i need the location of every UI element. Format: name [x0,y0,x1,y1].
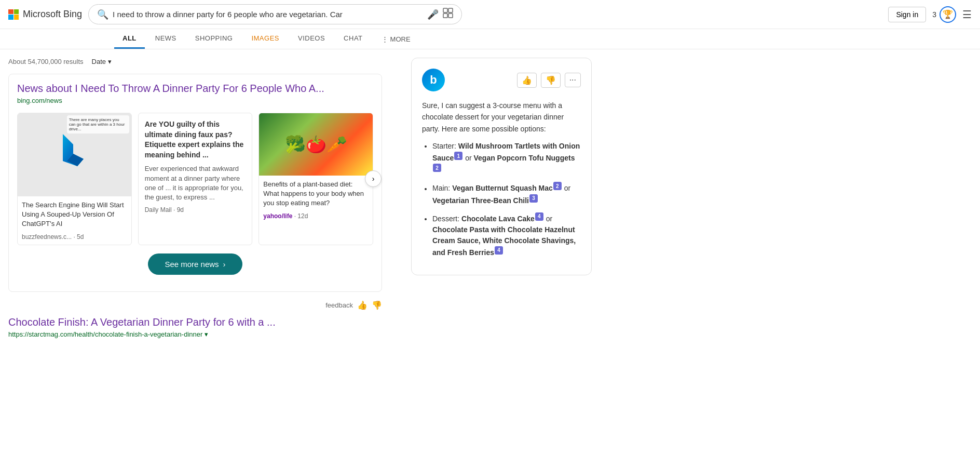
see-more-news-button[interactable]: See more news › [148,253,242,275]
news-card-bing-title: The Search Engine Bing Will Start Using … [22,201,127,229]
points-count: 3 [932,10,936,19]
second-result-url: https://starctmag.com/health/chocolate-f… [8,330,382,338]
points-badge: 3 🏆 [932,6,956,23]
ai-actions: 👍 👎 ··· [517,73,581,88]
more-label: MORE [390,35,411,43]
news-card-plant-image: 🥦🍅🥕 [259,113,373,176]
news-section-source: bing.com/news [17,97,373,104]
camera-icon[interactable] [443,8,453,21]
ai-ref-4b: 4 [495,246,503,255]
news-card-bing-meta: buzzfeednews.c... · 5d [22,233,127,241]
tab-videos[interactable]: VIDEOS [290,29,333,49]
search-bar[interactable]: 🔍 🎤 [88,4,462,24]
ai-content: Sure, I can suggest a 3-course menu with… [422,100,581,258]
news-card-bing-body: The Search Engine Bing Will Start Using … [18,196,131,245]
ai-main-bold2: Vegetarian Three-Bean Chili [432,196,529,205]
news-cards-next-button[interactable]: › [365,170,382,187]
more-dots-icon: ⋮ [382,35,388,43]
trophy-icon[interactable]: 🏆 [940,6,956,23]
ai-panel: b 👍 👎 ··· Sure, I can suggest a 3-course… [411,58,592,275]
news-card-plant[interactable]: 🥦🍅🥕 Benefits of a plant-based diet: What… [258,113,373,245]
ai-dessert-item: Dessert: Chocolate Lava Cake4 or Chocola… [432,212,581,258]
second-result: Chocolate Finish: A Vegetarian Dinner Pa… [8,316,382,338]
tab-more[interactable]: ⋮ MORE [373,30,419,48]
tab-shopping[interactable]: SHOPPING [187,29,241,49]
news-card-bing[interactable]: There are many places you can go that ar… [17,113,132,245]
ai-main-label: Main: [432,184,452,193]
ai-starter-label: Starter: [432,142,458,150]
hamburger-menu-icon[interactable]: ☰ [962,8,972,21]
more-options-ai-button[interactable]: ··· [565,73,581,87]
ai-ref-4a: 4 [535,212,543,221]
expand-icon: ▾ [205,330,208,338]
ai-starter-bold2: Vegan Popcorn Tofu Nuggets [473,154,575,162]
svg-rect-1 [448,8,453,12]
left-panel: About 54,700,000 results Date ▾ News abo… [8,49,382,346]
ai-intro: Sure, I can suggest a 3-course menu with… [422,100,581,135]
ai-main-item: Main: Vegan Butternut Squash Mac2 or Veg… [432,182,581,206]
ai-ref-2a: 2 [433,164,441,172]
svg-rect-2 [443,14,447,18]
svg-rect-3 [448,14,453,18]
thumbs-up-button[interactable]: 👍 [357,300,367,310]
sign-in-button[interactable]: Sign in [888,7,926,22]
date-filter[interactable]: Date ▾ [92,58,112,65]
news-section: News about I Need To Throw A Dinner Part… [8,74,382,292]
svg-rect-0 [443,8,447,12]
ai-panel-header: b 👍 👎 ··· [422,69,581,91]
thumbs-down-button[interactable]: 👎 [372,300,382,310]
bing-ai-logo: b [422,69,445,91]
thumbs-down-ai-button[interactable]: 👎 [541,73,561,88]
tab-chat[interactable]: CHAT [335,29,371,49]
tab-images[interactable]: IMAGES [243,29,288,49]
microphone-icon[interactable]: 🎤 [427,9,439,20]
bing-b-logo [59,134,90,176]
ai-ref-2b: 2 [553,182,562,190]
results-info: About 54,700,000 results Date ▾ [8,58,382,65]
results-count: About 54,700,000 results [8,58,84,65]
ai-dessert-bold1: Chocolate Lava Cake [461,215,535,223]
feedback-row: feedback 👍 👎 [8,300,382,310]
news-card-etiquette-excerpt: Ever experienced that awkward moment at … [145,164,246,202]
header: Microsoft Bing 🔍 🎤 Sign in 3 🏆 ☰ [0,0,980,29]
ai-main-bold1: Vegan Butternut Squash Mac [452,184,553,193]
search-icon[interactable]: 🔍 [97,9,108,20]
main-content: About 54,700,000 results Date ▾ News abo… [0,49,980,346]
ai-ref-1: 1 [454,152,462,160]
ai-dessert-bold2: Chocolate Pasta with Chocolate Hazelnut … [432,225,576,257]
date-filter-arrow-icon: ▾ [108,58,112,65]
news-card-plant-body: Benefits of a plant-based diet: What hap… [259,176,373,224]
ai-ref-3: 3 [529,194,538,203]
search-input[interactable] [113,10,423,19]
news-card-etiquette-title: Are YOU guilty of this ultimate dining f… [145,119,246,160]
ai-dessert-label: Dessert: [432,215,461,223]
right-panel: b 👍 👎 ··· Sure, I can suggest a 3-course… [403,49,600,346]
microsoft-logo [8,9,19,20]
second-result-url-text: https://starctmag.com/health/chocolate-f… [8,330,202,338]
news-card-etiquette[interactable]: Are YOU guilty of this ultimate dining f… [138,113,253,245]
yahoo-life-logo: yahoo/life [263,212,292,220]
nav-tabs: ALL NEWS SHOPPING IMAGES VIDEOS CHAT ⋮ M… [0,29,980,49]
date-filter-label: Date [92,58,106,65]
tab-all[interactable]: ALL [114,29,145,49]
news-section-title[interactable]: News about I Need To Throw A Dinner Part… [17,83,373,95]
thumbs-up-ai-button[interactable]: 👍 [517,73,537,88]
ai-starter-item: Starter: Wild Mushroom Tartlets with Oni… [432,141,581,176]
news-cards: There are many places you can go that ar… [17,113,373,245]
see-more-news-label: See more news [165,260,219,269]
tab-news[interactable]: NEWS [147,29,185,49]
news-card-etiquette-meta: Daily Mail · 9d [145,206,246,213]
news-card-etiquette-body: Are YOU guilty of this ultimate dining f… [139,113,252,220]
logo-area: Microsoft Bing [8,9,82,20]
bing-wordmark: Microsoft Bing [23,9,82,20]
ai-menu-list: Starter: Wild Mushroom Tartlets with Oni… [422,141,581,258]
news-card-plant-title: Benefits of a plant-based diet: What hap… [263,180,369,208]
see-more-arrow-icon: › [223,260,226,269]
news-card-plant-meta: yahoo/life · 12d [263,212,369,220]
feedback-label: feedback [325,301,353,309]
header-right: Sign in 3 🏆 ☰ [888,6,972,23]
second-result-title[interactable]: Chocolate Finish: A Vegetarian Dinner Pa… [8,316,382,328]
see-more-section: See more news › [17,253,373,275]
